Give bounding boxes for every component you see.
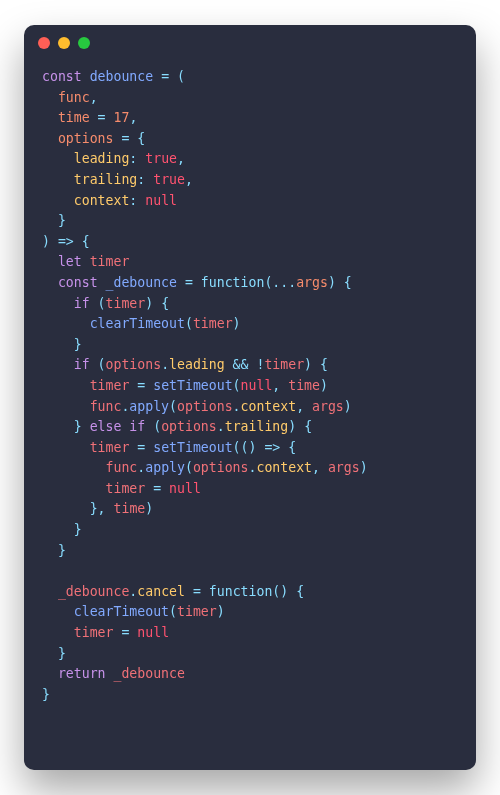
code-token: else if — [90, 419, 154, 434]
code-token: { — [161, 296, 169, 311]
code-token: 17 — [114, 110, 130, 125]
code-token: } — [42, 687, 50, 702]
code-token: true — [145, 151, 177, 166]
code-token: ) — [288, 419, 296, 434]
code-token: { — [320, 357, 328, 372]
code-token: context — [74, 193, 130, 208]
code-token: leading — [74, 151, 130, 166]
code-token — [145, 172, 153, 187]
code-token: leading — [169, 357, 225, 372]
code-token: { — [304, 419, 312, 434]
code-token — [106, 501, 114, 516]
code-line: }, time) — [42, 499, 458, 520]
code-token: ( — [153, 419, 161, 434]
code-token: clearTimeout — [74, 604, 169, 619]
code-line: func.apply(options.context, args) — [42, 458, 458, 479]
code-token — [42, 90, 58, 105]
code-token — [42, 481, 106, 496]
code-token: , — [177, 151, 185, 166]
code-token: timer — [74, 625, 114, 640]
code-token: timer — [177, 604, 217, 619]
code-token: ... — [272, 275, 296, 290]
minimize-icon[interactable] — [58, 37, 70, 49]
code-token: cancel — [137, 584, 185, 599]
code-token: . — [217, 419, 225, 434]
code-token: null — [145, 193, 177, 208]
code-line: } — [42, 211, 458, 232]
code-token — [74, 234, 82, 249]
code-token: . — [161, 357, 169, 372]
code-line: leading: true, — [42, 149, 458, 170]
code-token — [42, 172, 74, 187]
code-token — [42, 378, 90, 393]
code-token: args — [312, 399, 344, 414]
code-token: , — [185, 172, 193, 187]
code-token: if — [74, 296, 98, 311]
code-line: } — [42, 644, 458, 665]
code-token: time — [288, 378, 320, 393]
code-token: null — [137, 625, 169, 640]
code-token: setTimeout — [153, 440, 232, 455]
code-token: apply — [129, 399, 169, 414]
code-token: = — [161, 69, 169, 84]
code-line: timer = setTimeout(() => { — [42, 438, 458, 459]
code-token — [296, 419, 304, 434]
code-token — [42, 584, 58, 599]
code-line: } — [42, 520, 458, 541]
code-token: ) — [42, 234, 50, 249]
code-token: func — [106, 460, 138, 475]
code-token — [90, 110, 98, 125]
code-token — [42, 110, 58, 125]
code-token: = — [98, 110, 106, 125]
code-token: && — [233, 357, 249, 372]
code-token — [145, 378, 153, 393]
code-token: ( — [169, 604, 177, 619]
code-token — [42, 296, 74, 311]
code-line: return _debounce — [42, 664, 458, 685]
code-token: => — [58, 234, 74, 249]
code-token: ) — [320, 378, 328, 393]
code-line: clearTimeout(timer) — [42, 602, 458, 623]
code-token: ) — [233, 316, 241, 331]
close-icon[interactable] — [38, 37, 50, 49]
code-token — [42, 316, 90, 331]
code-token: , — [90, 90, 98, 105]
code-token: let — [58, 254, 90, 269]
maximize-icon[interactable] — [78, 37, 90, 49]
code-token: func — [58, 90, 90, 105]
code-token — [312, 357, 320, 372]
code-token: , — [296, 399, 304, 414]
code-line: ) => { — [42, 232, 458, 253]
code-window: const debounce = ( func, time = 17, opti… — [24, 25, 476, 770]
code-token — [50, 234, 58, 249]
code-token: return — [58, 666, 114, 681]
code-line: func, — [42, 88, 458, 109]
code-line: trailing: true, — [42, 170, 458, 191]
code-line: if (timer) { — [42, 294, 458, 315]
code-token — [42, 213, 58, 228]
code-token: context — [256, 460, 312, 475]
code-token — [153, 296, 161, 311]
code-token: } — [58, 543, 66, 558]
code-line: } — [42, 541, 458, 562]
code-token — [169, 69, 177, 84]
code-token — [42, 625, 74, 640]
code-token: _debounce — [106, 275, 177, 290]
code-token: } — [74, 419, 82, 434]
code-token: clearTimeout — [90, 316, 185, 331]
code-token — [42, 666, 58, 681]
code-token — [82, 419, 90, 434]
code-token — [193, 275, 201, 290]
code-token — [42, 399, 90, 414]
code-token: ) — [328, 275, 336, 290]
code-token — [42, 275, 58, 290]
code-line: clearTimeout(timer) — [42, 314, 458, 335]
code-token: . — [233, 399, 241, 414]
code-token: ( — [169, 399, 177, 414]
code-token — [42, 337, 74, 352]
code-token: ( — [241, 440, 249, 455]
code-token: { — [344, 275, 352, 290]
code-token: ( — [185, 316, 193, 331]
code-token: const — [58, 275, 106, 290]
code-token: ( — [98, 296, 106, 311]
